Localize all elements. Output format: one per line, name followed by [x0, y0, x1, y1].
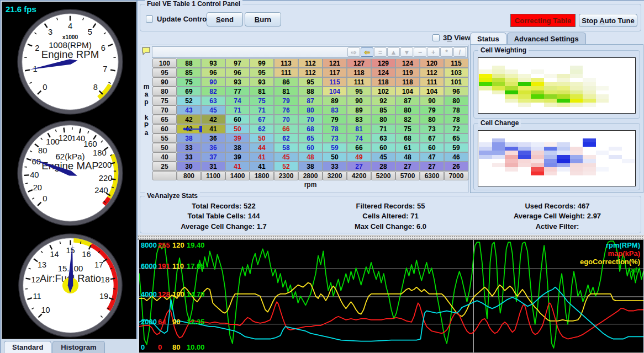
ve-cell[interactable]: 124	[371, 68, 395, 77]
increase-button[interactable]: ▲	[387, 47, 400, 57]
splitter-handle[interactable]	[138, 235, 644, 240]
ve-cell[interactable]: 119	[395, 68, 420, 77]
ve-cell[interactable]: 74	[347, 133, 371, 143]
ve-cell[interactable]: 80	[298, 105, 323, 115]
ve-cell[interactable]: 89	[347, 105, 371, 115]
row-header-95[interactable]: 95	[152, 68, 177, 77]
ve-cell[interactable]: 45	[274, 152, 298, 162]
ve-cell[interactable]: 38	[225, 143, 250, 152]
ve-cell[interactable]: 27	[420, 162, 444, 171]
ve-cell[interactable]: 112	[298, 68, 323, 77]
ve-cell[interactable]: 36	[201, 133, 225, 143]
ve-cell[interactable]: 92	[371, 96, 395, 105]
tab-standard[interactable]: Standard	[4, 341, 51, 353]
ve-cell[interactable]: 48	[298, 152, 323, 162]
ve-cell[interactable]: 90	[420, 96, 444, 105]
row-header-55[interactable]: 55	[152, 133, 177, 143]
ve-cell[interactable]: 104	[420, 87, 444, 96]
ve-cell[interactable]: 73	[323, 133, 347, 143]
ve-cell[interactable]: 88	[298, 87, 323, 96]
ve-cell[interactable]: 41	[225, 162, 250, 171]
ve-cell[interactable]: 78	[444, 115, 468, 124]
row-header-90[interactable]: 90	[152, 77, 177, 87]
ve-cell[interactable]: 33	[177, 152, 201, 162]
ve-cell[interactable]: 42	[177, 124, 201, 133]
row-header-50[interactable]: 50	[152, 143, 177, 152]
ve-cell[interactable]: 129	[371, 58, 395, 68]
ve-cell[interactable]: 93	[250, 77, 274, 87]
ve-cell[interactable]: 65	[298, 133, 323, 143]
shift-right-button[interactable]: ⇨	[347, 47, 360, 57]
ve-cell[interactable]: 79	[274, 96, 298, 105]
row-header-65[interactable]: 65	[152, 115, 177, 124]
ve-cell[interactable]: 96	[444, 87, 468, 96]
ve-cell[interactable]: 104	[323, 87, 347, 96]
ve-cell[interactable]: 80	[395, 105, 420, 115]
subtract-button[interactable]: −	[414, 47, 426, 57]
ve-cell[interactable]: 117	[323, 68, 347, 77]
ve-cell[interactable]: 72	[444, 124, 468, 133]
ve-cell[interactable]: 76	[274, 105, 298, 115]
ve-cell[interactable]: 73	[420, 124, 444, 133]
col-header-1100[interactable]: 1100	[201, 171, 225, 180]
ve-cell[interactable]: 111	[420, 77, 444, 87]
ve-cell[interactable]: 96	[225, 68, 250, 77]
col-header-1800[interactable]: 1800	[250, 171, 274, 180]
update-controller-checkbox[interactable]	[146, 15, 153, 23]
ve-cell[interactable]: 118	[347, 68, 371, 77]
ve-cell[interactable]: 52	[177, 96, 201, 105]
ve-cell[interactable]: 101	[444, 77, 468, 87]
col-header-1400[interactable]: 1400	[225, 171, 250, 180]
ve-cell[interactable]: 71	[250, 105, 274, 115]
col-header-2300[interactable]: 2300	[274, 171, 298, 180]
ve-cell[interactable]: 79	[420, 105, 444, 115]
ve-cell[interactable]: 75	[250, 96, 274, 105]
view-3d-checkbox[interactable]	[432, 34, 440, 41]
ve-cell[interactable]: 118	[371, 77, 395, 87]
ve-cell[interactable]: 59	[444, 143, 468, 152]
ve-cell[interactable]: 52	[274, 162, 298, 171]
ve-cell[interactable]: 71	[225, 105, 250, 115]
ve-cell[interactable]: 78	[444, 105, 468, 115]
ve-cell[interactable]: 69	[177, 87, 201, 96]
ve-cell[interactable]: 97	[225, 58, 250, 68]
ve-cell[interactable]: 31	[201, 162, 225, 171]
ve-cell[interactable]: 124	[395, 58, 420, 68]
comment-bubble-icon[interactable]	[141, 46, 151, 55]
ve-cell[interactable]: 80	[420, 115, 444, 124]
ve-cell[interactable]: 75	[395, 124, 420, 133]
ve-cell[interactable]: 68	[298, 124, 323, 133]
row-header-80[interactable]: 80	[152, 87, 177, 96]
ve-cell[interactable]: 50	[250, 133, 274, 143]
ve-cell[interactable]: 41	[250, 162, 274, 171]
ve-cell[interactable]: 81	[274, 87, 298, 96]
ve-cell[interactable]: 86	[274, 77, 298, 87]
ve-cell[interactable]: 60	[225, 115, 250, 124]
ve-cell[interactable]: 50	[323, 152, 347, 162]
ve-cell[interactable]: 111	[274, 68, 298, 77]
ve-cell[interactable]: 49	[347, 152, 371, 162]
ve-cell[interactable]: 62	[274, 133, 298, 143]
tab-status[interactable]: Status	[470, 33, 506, 45]
ve-cell[interactable]: 80	[371, 115, 395, 124]
ve-cell[interactable]: 48	[395, 152, 420, 162]
ve-cell[interactable]: 95	[347, 87, 371, 96]
row-header-60[interactable]: 60	[152, 124, 177, 133]
ve-cell[interactable]: 71	[371, 124, 395, 133]
ve-cell[interactable]: 70	[298, 115, 323, 124]
tab-advanced-settings[interactable]: Advanced Settings	[507, 33, 586, 45]
col-header-5700[interactable]: 5700	[395, 171, 420, 180]
col-header-7000[interactable]: 7000	[444, 171, 468, 180]
ve-cell[interactable]: 41	[201, 124, 225, 133]
send-button[interactable]: Send	[207, 12, 243, 26]
ve-cell[interactable]: 81	[347, 124, 371, 133]
ve-cell[interactable]: 46	[444, 152, 468, 162]
ve-cell[interactable]: 37	[201, 152, 225, 162]
ve-cell[interactable]: 112	[298, 58, 323, 68]
col-header-4200[interactable]: 4200	[347, 171, 371, 180]
ve-cell[interactable]: 27	[395, 162, 420, 171]
ve-cell[interactable]: 90	[347, 96, 371, 105]
set-equal-button[interactable]: =	[374, 47, 387, 57]
ve-cell[interactable]: 87	[298, 96, 323, 105]
row-header-100[interactable]: 100	[152, 58, 177, 68]
